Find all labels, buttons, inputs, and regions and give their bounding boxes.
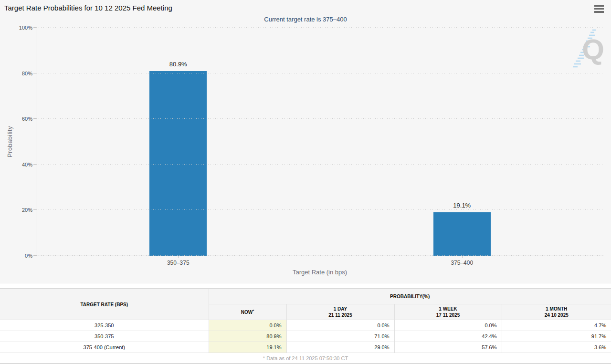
x-category-label: 350–375 (145, 260, 211, 266)
gridline (36, 164, 604, 165)
now-value-cell: 80.9% (209, 331, 286, 342)
y-tick-label: 80% (4, 71, 32, 76)
gridline (36, 73, 604, 73)
bar-350-375[interactable] (149, 71, 207, 256)
rate-range-cell: 350-375 (0, 331, 209, 342)
week-value-cell: 57.6% (394, 342, 502, 353)
table-row: 325-350 0.0% 0.0% 0.0% 4.7% (0, 320, 611, 331)
col-header-1-day: 1 DAY 21 11 2025 (286, 304, 394, 320)
chart-subtitle: Current target rate is 375–400 (0, 16, 611, 23)
col-header-1-month: 1 MONTH 24 10 2025 (502, 304, 611, 320)
week-value-cell: 0.0% (394, 320, 502, 331)
watermark-q-letter: Q (582, 35, 604, 64)
now-label: NOW (241, 310, 253, 315)
month-value-cell: 91.7% (502, 331, 611, 342)
col-header-target-rate: TARGET RATE (BPS) (0, 289, 209, 320)
y-tick-label: 20% (4, 208, 32, 213)
day-value-cell: 0.0% (286, 320, 394, 331)
quikstrike-watermark-logo: Q (566, 29, 605, 69)
x-category-label: 375–400 (429, 260, 495, 266)
col-header-1-week: 1 WEEK 17 11 2025 (394, 304, 502, 320)
menu-bar (594, 5, 604, 7)
y-tick-label: 100% (4, 25, 32, 31)
day-value-cell: 29.0% (286, 342, 394, 353)
y-axis-tick (33, 209, 36, 210)
chart-panel: Target Rate Probabilities for 10 12 2025… (0, 0, 611, 283)
rate-range-cell: 375-400 (Current) (0, 342, 209, 353)
now-value-cell: 0.0% (209, 320, 286, 331)
y-axis-tick (33, 255, 36, 256)
fedwatch-tool-page: Target Rate Probabilities for 10 12 2025… (0, 0, 611, 364)
bar-value-label: 19.1% (433, 202, 491, 209)
y-axis-tick (33, 27, 36, 28)
y-axis-tick (33, 164, 36, 165)
y-axis-tick (33, 118, 36, 119)
table-row: 375-400 (Current) 19.1% 29.0% 57.6% 3.6% (0, 342, 611, 353)
page-title: Target Rate Probabilities for 10 12 2025… (4, 4, 172, 12)
table-row: 350-375 80.9% 71.0% 42.4% 91.7% (0, 331, 611, 342)
month-value-cell: 4.7% (502, 320, 611, 331)
x-axis-title: Target Rate (in bps) (36, 269, 604, 276)
bar-375-400[interactable] (433, 212, 491, 256)
bar-value-label: 80.9% (149, 61, 207, 68)
data-as-of-note: * Data as of 24 11 2025 07:50:30 CT (0, 353, 611, 364)
y-tick-label: 60% (4, 116, 32, 122)
menu-bar (594, 8, 604, 10)
y-tick-label: 40% (4, 162, 32, 167)
table-footnote-row: * Data as of 24 11 2025 07:50:30 CT (0, 353, 611, 364)
y-axis-title: Probability (6, 126, 13, 157)
menu-bar (594, 11, 604, 13)
gridline (36, 118, 604, 119)
x-axis-tick (178, 256, 179, 258)
gridline (36, 255, 604, 256)
y-tick-label: 0% (4, 253, 32, 259)
rate-range-cell: 325-350 (0, 320, 209, 331)
y-axis-tick (33, 73, 36, 73)
week-value-cell: 42.4% (394, 331, 502, 342)
probability-table-panel: TARGET RATE (BPS) PROBABILITY(%) NOW* 1 … (0, 288, 611, 364)
day-value-cell: 71.0% (286, 331, 394, 342)
now-asterisk: * (253, 309, 254, 313)
gridline (36, 209, 604, 210)
now-value-cell: 19.1% (209, 342, 286, 353)
plot-area: 80.9% 19.1% 350–375 375–400 0%20%40%60%8… (36, 28, 604, 256)
probability-table: TARGET RATE (BPS) PROBABILITY(%) NOW* 1 … (0, 289, 611, 364)
x-axis-tick (462, 256, 463, 258)
gridline (36, 27, 604, 28)
col-header-now: NOW* (209, 304, 286, 320)
month-value-cell: 3.6% (502, 342, 611, 353)
hamburger-menu-icon[interactable] (594, 5, 605, 13)
col-header-probability-group: PROBABILITY(%) (209, 289, 611, 304)
